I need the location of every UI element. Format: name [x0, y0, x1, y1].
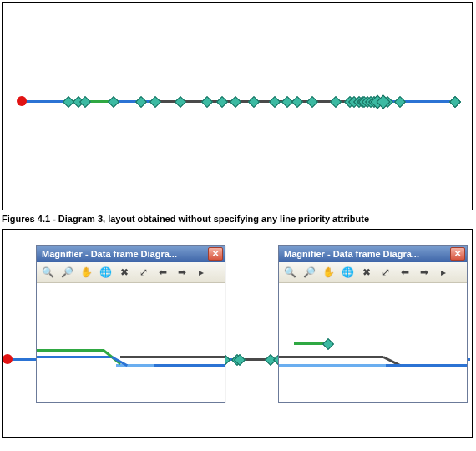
line-segment [154, 364, 225, 367]
diagram-node [201, 96, 213, 108]
diagram-node [449, 96, 461, 108]
line-segment [386, 364, 400, 367]
magnifier-window: Magnifier - Data frame Diagra...✕🔍🔎✋🌐✖⤢⬅… [278, 245, 468, 403]
magnifier-window: Magnifier - Data frame Diagra...✕🔍🔎✋🌐✖⤢⬅… [36, 245, 225, 403]
diagram-node [175, 96, 186, 108]
diagram-node [248, 96, 260, 108]
line-segment [120, 356, 135, 358]
globe-icon[interactable]: 🌐 [338, 263, 357, 281]
back-icon[interactable]: ⬅ [154, 263, 172, 281]
pan-icon[interactable]: ✋ [319, 263, 337, 281]
line-segment [279, 364, 386, 367]
line-segment [135, 356, 225, 358]
more-icon[interactable]: ▸ [434, 263, 453, 281]
diagram-node [306, 96, 318, 108]
root-node [3, 354, 13, 364]
line-segment [400, 364, 467, 367]
close-icon[interactable]: ✕ [208, 247, 223, 261]
diagram-node [216, 96, 228, 108]
figure-bottom-panel: Magnifier - Data frame Diagra...✕🔍🔎✋🌐✖⤢⬅… [2, 229, 473, 438]
magnifier-view [37, 283, 225, 402]
diagram-node [108, 96, 119, 108]
magnifier-view [279, 283, 467, 402]
zoom-out-icon[interactable]: 🔎 [300, 263, 318, 281]
figure-caption: Figures 4.1 - Diagram 3, layout obtained… [2, 214, 476, 224]
magnifier-toolbar: 🔍🔎✋🌐✖⤢⬅➡▸ [37, 262, 225, 283]
zoom-in-icon[interactable]: 🔍 [281, 263, 299, 281]
magnifier-titlebar[interactable]: Magnifier - Data frame Diagra...✕ [37, 246, 225, 262]
figure-top-panel [2, 2, 473, 210]
magnifier-toolbar: 🔍🔎✋🌐✖⤢⬅➡▸ [279, 262, 467, 283]
magnifier-title-text: Magnifier - Data frame Diagra... [42, 249, 208, 259]
diagram-node [394, 96, 406, 108]
more-icon[interactable]: ▸ [192, 263, 210, 281]
diagram-node [330, 96, 342, 108]
contract-icon[interactable]: ✖ [115, 263, 134, 281]
diagram-node [322, 338, 334, 350]
root-node [17, 96, 27, 106]
zoom-out-icon[interactable]: 🔎 [58, 263, 76, 281]
line-segment [37, 356, 112, 358]
close-icon[interactable]: ✕ [450, 247, 465, 261]
diagram-node [269, 96, 281, 108]
magnifier-title-text: Magnifier - Data frame Diagra... [284, 249, 450, 259]
expand-icon[interactable]: ⤢ [134, 263, 153, 281]
contract-icon[interactable]: ✖ [357, 263, 376, 281]
magnifier-titlebar[interactable]: Magnifier - Data frame Diagra...✕ [279, 246, 467, 262]
line-segment [279, 356, 383, 358]
forward-icon[interactable]: ➡ [173, 263, 191, 281]
back-icon[interactable]: ⬅ [396, 263, 414, 281]
zoom-in-icon[interactable]: 🔍 [38, 263, 57, 281]
line-segment [37, 349, 104, 352]
expand-icon[interactable]: ⤢ [377, 263, 395, 281]
diagram-node [291, 96, 303, 108]
globe-icon[interactable]: 🌐 [96, 263, 114, 281]
diagram-node [230, 96, 241, 108]
diagram-node [149, 96, 161, 108]
pan-icon[interactable]: ✋ [77, 263, 95, 281]
diagram-node [135, 96, 147, 108]
forward-icon[interactable]: ➡ [415, 263, 433, 281]
